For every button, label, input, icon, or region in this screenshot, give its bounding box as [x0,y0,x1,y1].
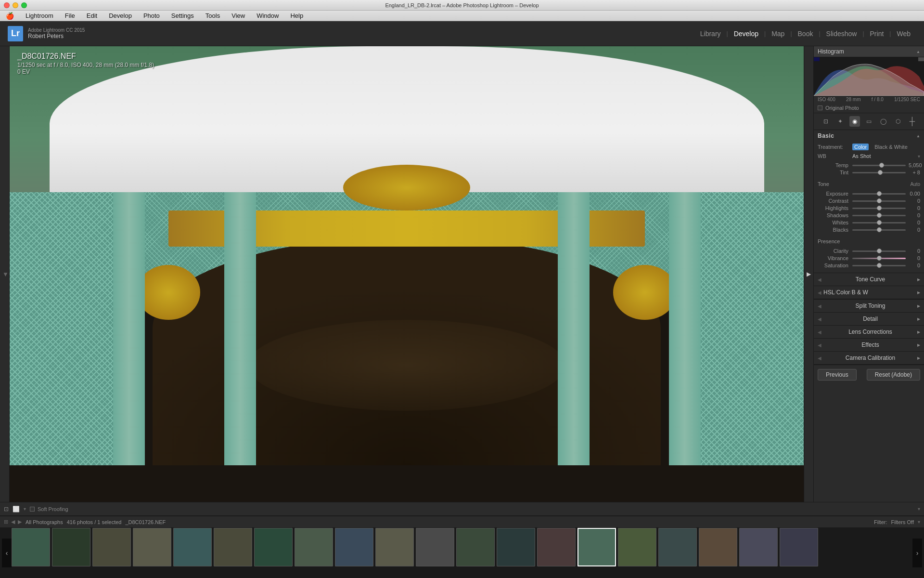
basic-collapse[interactable]: ▲ [916,134,920,138]
film-thumb-2[interactable] [52,528,90,566]
filmstrip-prev[interactable]: ‹ [2,539,12,567]
split-toning-row[interactable]: ◀ Split Toning ▶ [814,300,924,312]
film-thumb-1[interactable] [12,528,50,566]
menu-window[interactable]: Window [255,12,281,19]
nav-map[interactable]: Map [766,30,790,38]
histogram-header[interactable]: Histogram ▲ [814,46,924,57]
menu-develop[interactable]: Develop [107,12,134,19]
highlights-slider[interactable] [852,208,906,209]
film-thumb-16[interactable] [618,528,656,566]
lens-panel[interactable]: ◀ Lens Corrections ▶ [814,326,924,339]
whites-slider[interactable] [852,222,906,223]
right-panel-toggle[interactable]: ▶ [804,46,813,502]
temp-thumb[interactable] [879,163,884,168]
film-thumb-3[interactable] [92,528,131,566]
menu-file[interactable]: File [63,12,77,19]
hsl-toggle[interactable]: ▶ [917,290,920,295]
color-treatment[interactable]: Color [852,144,869,150]
radial-tool[interactable]: ◯ [878,116,889,127]
film-thumb-20[interactable] [780,528,818,566]
detail-toggle[interactable]: ▶ [917,317,920,321]
detail-row[interactable]: ◀ Detail ▶ [814,313,924,325]
menu-photo[interactable]: Photo [141,12,162,19]
film-thumb-4[interactable] [133,528,171,566]
film-thumb-10[interactable] [375,528,414,566]
film-thumb-8[interactable] [295,528,333,566]
left-panel-toggle[interactable]: ◀ [0,46,10,502]
nav-web[interactable]: Web [891,30,916,38]
menu-settings[interactable]: Settings [169,12,196,19]
soft-proof-checkbox[interactable] [30,507,35,512]
basic-panel-header[interactable]: Basic ▲ [814,130,924,142]
film-thumb-18[interactable] [699,528,737,566]
nav-prev-icon[interactable]: ◀ [11,519,15,525]
film-thumb-5[interactable] [173,528,212,566]
filter-dropdown[interactable]: ▾ [918,519,920,525]
crop-tool[interactable]: ⊡ [821,116,831,127]
split-toning-panel[interactable]: ◀ Split Toning ▶ [814,300,924,313]
heal-tool[interactable]: ✦ [835,116,846,127]
menu-edit[interactable]: Edit [85,12,99,19]
hsl-row[interactable]: ◀ HSL / Color / B & W ▶ [814,286,924,299]
original-photo-checkbox[interactable] [818,105,822,110]
maximize-button[interactable] [21,2,27,8]
contrast-thumb[interactable] [877,198,882,203]
nav-book[interactable]: Book [792,30,819,38]
toolbar-expand[interactable]: ▾ [918,506,920,512]
reset-button[interactable]: Reset (Adobe) [867,369,920,381]
tone-curve-panel[interactable]: ◀ Tone Curve ▶ [814,273,924,286]
apple-menu[interactable]: 🍎 [4,12,16,20]
nav-slideshow[interactable]: Slideshow [821,30,863,38]
nav-develop[interactable]: Develop [728,30,764,38]
exposure-slider[interactable] [852,193,906,195]
nav-next-icon[interactable]: ▶ [18,519,22,525]
vibrance-thumb[interactable] [877,256,882,261]
contrast-slider[interactable] [852,200,906,202]
blacks-slider[interactable] [852,229,906,231]
nav-print[interactable]: Print [864,30,890,38]
lens-row[interactable]: ◀ Lens Corrections ▶ [814,326,924,338]
film-thumb-13[interactable] [497,528,535,566]
film-thumb-12[interactable] [456,528,495,566]
saturation-thumb[interactable] [877,263,882,268]
film-thumb-6[interactable] [214,528,252,566]
film-thumb-9[interactable] [335,528,373,566]
wb-dropdown[interactable]: ▾ [918,154,920,159]
film-thumb-17[interactable] [658,528,697,566]
compare-icon[interactable]: ⬜ [13,506,20,512]
graduated-tool[interactable]: ▭ [864,116,874,127]
clarity-thumb[interactable] [877,249,882,253]
eye-tool[interactable]: ◉ [849,116,860,127]
camera-cal-panel[interactable]: ◀ Camera Calibration ▶ [814,352,924,365]
color-tool[interactable]: ┼ [907,116,918,127]
view-dropdown[interactable]: ▾ [24,506,26,512]
highlights-thumb[interactable] [877,206,882,210]
film-thumb-15[interactable] [578,528,616,566]
menu-help[interactable]: Help [288,12,305,19]
tint-thumb[interactable] [878,170,883,175]
histogram-collapse[interactable]: ▲ [916,50,920,54]
adjustment-tool[interactable]: ⬡ [893,116,903,127]
window-controls[interactable] [4,2,27,8]
vibrance-slider[interactable] [852,258,906,259]
close-button[interactable] [4,2,10,8]
blacks-thumb[interactable] [877,227,882,232]
view-icon[interactable]: ⊡ [4,506,9,512]
camera-cal-toggle[interactable]: ▶ [917,356,920,360]
bw-treatment[interactable]: Black & White [873,144,909,150]
clarity-slider[interactable] [852,250,906,252]
effects-row[interactable]: ◀ Effects ▶ [814,339,924,351]
tone-curve-row[interactable]: ◀ Tone Curve ▶ [814,273,924,286]
tone-curve-toggle[interactable]: ▶ [917,277,920,282]
effects-panel[interactable]: ◀ Effects ▶ [814,339,924,352]
whites-thumb[interactable] [877,220,882,225]
filmstrip-next[interactable]: › [912,539,922,567]
film-thumb-11[interactable] [416,528,454,566]
tint-slider[interactable] [852,172,906,173]
hsl-panel[interactable]: ◀ HSL / Color / B & W ▶ [814,286,924,300]
shadows-thumb[interactable] [877,213,882,218]
nav-library[interactable]: Library [694,30,727,38]
effects-toggle[interactable]: ▶ [917,343,920,347]
film-thumb-14[interactable] [537,528,576,566]
detail-panel[interactable]: ◀ Detail ▶ [814,313,924,326]
